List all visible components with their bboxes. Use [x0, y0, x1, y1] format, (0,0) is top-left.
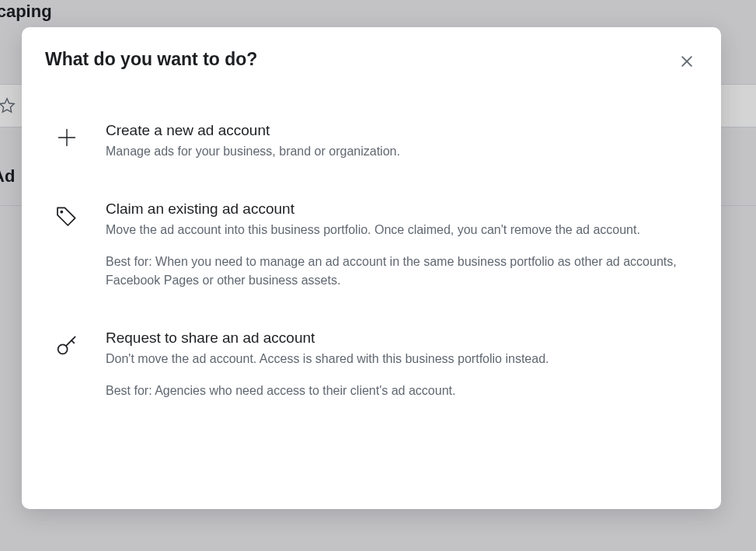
modal-title: What do you want to do? — [45, 49, 257, 70]
close-button[interactable] — [676, 51, 698, 72]
svg-line-6 — [66, 337, 75, 346]
tag-icon — [53, 202, 81, 230]
option-title: Claim an existing ad account — [106, 201, 690, 218]
option-best-for: Best for: When you need to manage an ad … — [106, 253, 690, 288]
option-body: Claim an existing ad account Move the ad… — [106, 201, 690, 289]
plus-icon — [53, 124, 81, 152]
option-description: Manage ads for your business, brand or o… — [106, 142, 690, 160]
option-create-ad-account[interactable]: Create a new ad account Manage ads for y… — [22, 102, 721, 180]
option-description: Move the ad account into this business p… — [106, 221, 690, 239]
modal-header: What do you want to do? — [22, 27, 721, 78]
close-icon — [679, 54, 695, 69]
svg-point-4 — [61, 211, 62, 213]
option-body: Request to share an ad account Don't mov… — [106, 330, 690, 399]
option-description: Don't move the ad account. Access is sha… — [106, 350, 690, 368]
option-request-share-ad-account[interactable]: Request to share an ad account Don't mov… — [22, 309, 721, 420]
option-claim-ad-account[interactable]: Claim an existing ad account Move the ad… — [22, 180, 721, 309]
option-body: Create a new ad account Manage ads for y… — [106, 122, 690, 160]
modal-dialog: What do you want to do? Create a new ad … — [22, 27, 721, 509]
svg-line-7 — [71, 340, 74, 343]
option-title: Create a new ad account — [106, 122, 690, 139]
option-best-for: Best for: Agencies who need access to th… — [106, 382, 690, 399]
options-list: Create a new ad account Manage ads for y… — [22, 78, 721, 435]
key-icon — [53, 331, 81, 359]
option-title: Request to share an ad account — [106, 330, 690, 347]
